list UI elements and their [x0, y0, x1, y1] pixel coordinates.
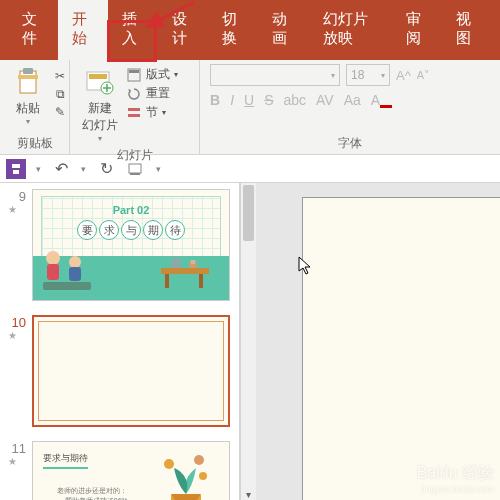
reset-icon [126, 86, 142, 102]
ribbon-group-clipboard: 粘贴 ▾ ✂ ⧉ ✎ 剪贴板 [0, 60, 70, 154]
paste-button[interactable]: 粘贴 ▾ [8, 64, 48, 128]
svg-rect-1 [20, 71, 36, 93]
tab-insert[interactable]: 插入 [108, 0, 158, 60]
svg-rect-14 [129, 164, 141, 173]
ribbon: 粘贴 ▾ ✂ ⧉ ✎ 剪贴板 新建 幻灯片 ▾ 版式▾ 重置 节▾ [0, 60, 500, 155]
workspace: 9 ★ Part 02 要 求 与 期 待 10 [0, 183, 500, 500]
tab-design[interactable]: 设计 [158, 0, 208, 60]
font-name-select[interactable]: ▾ [210, 64, 340, 86]
strike-button[interactable]: S [264, 92, 273, 108]
font-size-select[interactable]: 18▾ [346, 64, 390, 86]
paste-label: 粘贴 [12, 100, 44, 117]
svg-rect-15 [130, 173, 140, 175]
grow-font-button[interactable]: A^ [396, 68, 411, 83]
slide-thumb-10[interactable]: 10 ★ [8, 315, 231, 427]
svg-rect-19 [69, 267, 81, 281]
save-button[interactable] [6, 159, 26, 179]
bold-button[interactable]: B [210, 92, 220, 108]
slide-canvas-area[interactable] [256, 183, 500, 500]
svg-rect-26 [191, 260, 195, 264]
svg-rect-21 [161, 268, 209, 274]
shadow-button[interactable]: abc [283, 92, 306, 108]
scroll-thumb[interactable] [243, 185, 254, 241]
svg-rect-13 [13, 170, 19, 174]
slide9-title: 要 求 与 期 待 [77, 220, 185, 240]
tab-slideshow[interactable]: 幻灯片放映 [309, 0, 392, 60]
slide9-part-label: Part 02 [113, 204, 150, 216]
scissors-icon: ✂ [52, 68, 68, 84]
format-painter-button[interactable]: ✎ [52, 104, 68, 120]
kids-illustration [39, 244, 95, 294]
tab-file[interactable]: 文件 [8, 0, 58, 60]
cut-button[interactable]: ✂ [52, 68, 68, 84]
svg-rect-23 [199, 274, 203, 288]
ribbon-group-font: ▾ 18▾ A^ A˅ B I U S abc AV Aa A 字体 [200, 60, 500, 154]
italic-button[interactable]: I [230, 92, 234, 108]
slide-number: 11 [8, 441, 26, 456]
new-slide-button[interactable]: 新建 幻灯片 ▾ [78, 64, 122, 145]
brush-icon: ✎ [52, 104, 68, 120]
slide-thumb-9[interactable]: 9 ★ Part 02 要 求 与 期 待 [8, 189, 231, 301]
underline-button[interactable]: U [244, 92, 254, 108]
layout-button[interactable]: 版式▾ [126, 66, 178, 83]
svg-rect-2 [23, 68, 33, 74]
scroll-down-icon: ▾ [241, 489, 256, 500]
slide-thumbnails-panel: 9 ★ Part 02 要 求 与 期 待 10 [0, 183, 240, 500]
reset-button[interactable]: 重置 [126, 85, 178, 102]
clipboard-icon [12, 66, 44, 98]
animation-star-icon: ★ [8, 330, 26, 341]
section-icon [126, 105, 142, 121]
svg-rect-20 [43, 282, 91, 290]
svg-point-16 [46, 251, 60, 265]
quick-access-toolbar: ▾ ↶ ▾ ↻ ▾ [0, 155, 500, 183]
tab-home[interactable]: 开始 [58, 0, 108, 60]
start-from-beginning-button[interactable] [126, 159, 146, 179]
slide-thumb-11[interactable]: 11 ★ 要求与期待 老师的进步还是对的： 帮助老师成功了96% [8, 441, 231, 500]
svg-rect-24 [171, 258, 181, 268]
tab-bar: 文件 开始 插入 设计 切换 动画 幻灯片放映 审阅 视图 [0, 0, 500, 60]
svg-rect-10 [128, 114, 140, 117]
layout-icon [126, 67, 142, 83]
tab-review[interactable]: 审阅 [392, 0, 442, 60]
svg-point-18 [69, 256, 81, 268]
section-button[interactable]: 节▾ [126, 104, 178, 121]
char-spacing-button[interactable]: AV [316, 92, 334, 108]
svg-rect-17 [47, 264, 59, 280]
desk-illustration [155, 254, 215, 290]
slide-canvas[interactable] [302, 197, 500, 500]
svg-rect-9 [128, 108, 140, 111]
change-case-button[interactable]: Aa [344, 92, 361, 108]
font-group-label: 字体 [210, 135, 490, 152]
animation-star-icon: ★ [8, 204, 26, 215]
svg-point-30 [199, 472, 207, 480]
svg-rect-8 [129, 70, 139, 73]
dropdown-icon: ▾ [12, 117, 44, 126]
tab-transition[interactable]: 切换 [208, 0, 258, 60]
new-slide-label: 新建 幻灯片 [82, 100, 118, 134]
clipboard-group-label: 剪贴板 [8, 135, 61, 152]
repeat-button[interactable]: ↻ [96, 159, 116, 179]
undo-button[interactable]: ↶ [51, 159, 71, 179]
dropdown-icon: ▾ [82, 134, 118, 143]
tab-view[interactable]: 视图 [442, 0, 492, 60]
copy-button[interactable]: ⧉ [52, 86, 68, 102]
svg-point-29 [194, 455, 204, 465]
slide-number: 10 [8, 315, 26, 330]
slide-number: 9 [8, 189, 26, 204]
slide11-body: 老师的进步还是对的： 帮助老师成功了96% [57, 486, 128, 500]
thumbnails-scrollbar[interactable]: ▴ ▾ [240, 183, 256, 500]
shrink-font-button[interactable]: A˅ [417, 69, 430, 82]
ribbon-group-slides: 新建 幻灯片 ▾ 版式▾ 重置 节▾ 幻灯片 [70, 60, 200, 154]
slide11-title: 要求与期待 [43, 452, 88, 469]
copy-icon: ⧉ [52, 86, 68, 102]
plant-illustration [151, 450, 221, 500]
svg-rect-12 [12, 164, 20, 168]
svg-point-28 [164, 459, 174, 469]
svg-rect-3 [18, 75, 38, 79]
svg-rect-22 [165, 274, 169, 288]
tab-animation[interactable]: 动画 [258, 0, 308, 60]
new-slide-icon [84, 66, 116, 98]
animation-star-icon: ★ [8, 456, 26, 467]
font-color-button[interactable]: A [371, 92, 392, 108]
svg-rect-5 [89, 74, 107, 79]
